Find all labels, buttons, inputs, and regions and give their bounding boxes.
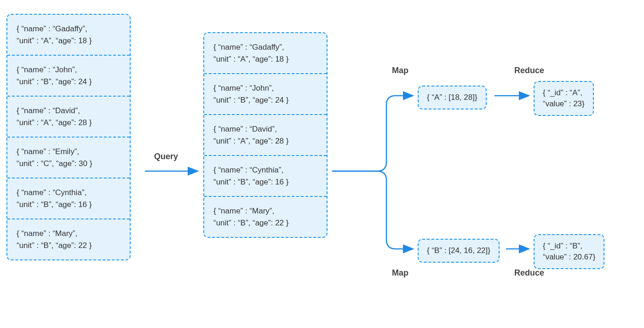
source-collection: { “name” : “Gadaffy”, “unit” : “A”, “age… [6,14,131,260]
record-text: { “name” : “Cynthia”, “unit” : “B”, “age… [17,188,92,209]
reduce-output-text: { “_id” : “A”, “value” : 23} [543,88,585,108]
query-result-collection: { “name” : “Gadaffy”, “unit” : “A”, “age… [203,32,328,238]
reduce-output-text: { “_id” : “B”, “value” : 20.67} [543,242,595,261]
record-text: { “name” : “Mary”, “unit” : “B”, “age”: … [17,229,92,250]
reduce-label: Reduce [514,66,544,75]
map-output-text: { “B” : [24, 16, 22]} [427,246,490,255]
record: { “name” : “John”, “unit” : “B”, “age”: … [204,74,327,115]
record-text: { “name” : “David”, “unit” : “A”, “age”:… [213,125,288,145]
reduce-output-A: { “_id” : “A”, “value” : 23} [534,81,594,116]
record: { “name” : “Cynthia”, “unit” : “B”, “age… [204,156,327,197]
reduce-output-B: { “_id” : “B”, “value” : 20.67} [534,234,604,269]
map-label: Map [392,268,408,278]
record-text: { “name” : “Emily”, “unit” : “C”, “age”:… [17,147,92,168]
record-text: { “name” : “Gadaffy”, “unit” : “A”, “age… [17,24,92,45]
record: { “name” : “David”, “unit” : “A”, “age”:… [204,115,327,156]
record-text: { “name” : “Gadaffy”, “unit” : “A”, “age… [213,43,288,63]
map-label: Map [392,66,408,75]
record: { “name” : “David”, “unit” : “A”, “age”:… [7,97,130,138]
record-text: { “name” : “Mary”, “unit” : “B”, “age”: … [213,207,288,227]
record: { “name” : “Gadaffy”, “unit” : “A”, “age… [204,33,327,74]
record-text: { “name” : “John”, “unit” : “B”, “age”: … [213,84,288,104]
record: { “name” : “Emily”, “unit” : “C”, “age”:… [7,138,130,178]
record: { “name” : “Gadaffy”, “unit” : “A”, “age… [7,15,130,56]
arrow-map-top [332,96,413,171]
record: { “name” : “John”, “unit” : “B”, “age”: … [7,56,130,97]
reduce-label: Reduce [514,268,544,278]
map-output-text: { “A” : [18, 28]} [427,93,477,102]
map-output-B: { “B” : [24, 16, 22]} [418,239,500,263]
record: { “name” : “Mary”, “unit” : “B”, “age”: … [7,219,130,259]
arrow-map-bottom [332,171,413,249]
record-text: { “name” : “David”, “unit” : “A”, “age”:… [17,106,92,127]
record-text: { “name” : “John”, “unit” : “B”, “age”: … [17,65,92,86]
record: { “name” : “Mary”, “unit” : “B”, “age”: … [204,197,327,237]
record-text: { “name” : “Cynthia”, “unit” : “B”, “age… [213,166,288,186]
query-label: Query [154,152,178,161]
map-output-A: { “A” : [18, 28]} [418,86,487,109]
record: { “name” : “Cynthia”, “unit” : “B”, “age… [7,178,130,219]
